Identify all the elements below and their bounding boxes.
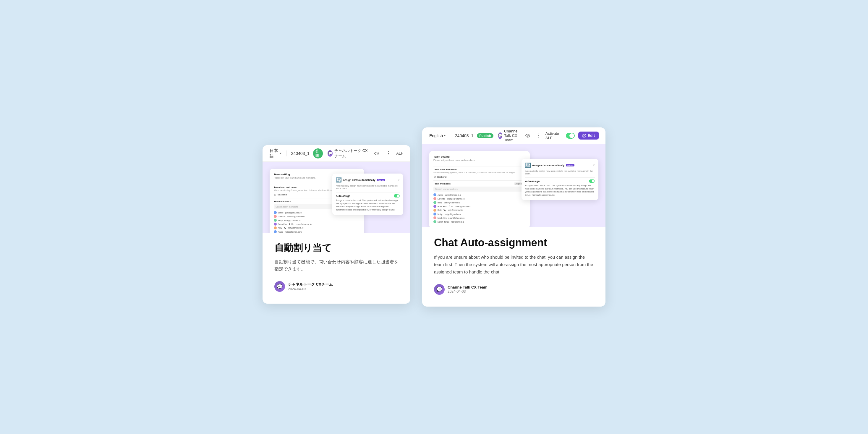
article-body-en: If you are unsure about who should be in… (434, 254, 594, 276)
article-body-ja: 自動割り当て機能で、問い合わせ内容や顧客に適した担当者を指定できます。 (274, 258, 399, 273)
overlay-badge-en: Add-on (566, 164, 575, 166)
article-title-en: Chat Auto-assignment (434, 236, 594, 249)
team-info-ja: 💬 チャネルトーク CXチーム (328, 148, 369, 159)
mini-section-title-en: Team setting (433, 155, 475, 158)
edit-label: Edit (588, 133, 595, 138)
auto-assign-label-ja: Auto-assign (336, 194, 350, 197)
alf-label-ja: ALF (396, 151, 403, 156)
mini-card-overlay-en: 🔄 Assign chats automatically Add-on ∨ Au… (522, 159, 598, 200)
author-info-ja: チャネルトーク CXチーム 2024-04-03 (288, 282, 333, 291)
language-selector-ja[interactable]: 日本語 ▾ (270, 148, 281, 159)
overlay-sub-en: Automatically assign new user chats to t… (525, 170, 595, 175)
author-date-en: 2024-04-03 (447, 289, 488, 293)
author-avatar-ja: 💬 (274, 281, 285, 292)
eye-icon-ja[interactable] (373, 149, 381, 158)
activate-alf-label: Activate ALF (546, 131, 563, 140)
svg-point-0 (376, 153, 377, 154)
version-label-en: 240403_1 (455, 133, 473, 138)
topbar-en: English ▾ 240403_1 Publish 💬 Channel Tal… (422, 127, 606, 144)
author-name-ja: チャネルトーク CXチーム (288, 282, 333, 287)
cards-container: 日本語 ▾ 240403_1 公開 💬 チャネルトーク CXチーム ⋮ ALF (262, 127, 606, 306)
author-avatar-en: 💬 (434, 284, 445, 295)
topbar-icons-ja: ⋮ ALF (373, 149, 403, 158)
chevron-down-icon-ja: ▾ (280, 152, 281, 155)
content-area-en: Chat Auto-assignment If you are unsure a… (422, 227, 606, 306)
team-info-en: 💬 Channel Talk CX Team (498, 129, 521, 142)
auto-assign-toggle-ja[interactable] (394, 194, 400, 197)
overlay-title-ja: Assign chats automatically (343, 179, 375, 182)
mini-icon-sub-en: When mentioning @team_name in a chatroom… (433, 172, 526, 174)
content-area-ja: 自動割り当て 自動割り当て機能で、問い合わせ内容や顧客に適した担当者を指定できま… (262, 233, 410, 304)
edit-button[interactable]: Edit (578, 131, 599, 140)
topbar-ja: 日本語 ▾ 240403_1 公開 💬 チャネルトーク CXチーム ⋮ ALF (262, 145, 410, 162)
language-label-en: English (429, 133, 443, 138)
auto-assign-body-en: Assign a team to the chat. The system wi… (525, 184, 595, 196)
card-japanese: 日本語 ▾ 240403_1 公開 💬 チャネルトーク CXチーム ⋮ ALF (262, 145, 410, 304)
mini-section-sub-ja: Please set your team name and members. (274, 177, 315, 179)
card-english: English ▾ 240403_1 Publish 💬 Channel Tal… (422, 127, 606, 306)
author-info-en: Channe Talk CX Team 2024-04-03 (447, 285, 488, 293)
more-icon-en[interactable]: ⋮ (535, 131, 542, 140)
preview-area-ja: Team setting Please set your team name a… (262, 162, 410, 233)
mini-backend-en: Backend (437, 176, 446, 178)
language-label-ja: 日本語 (270, 148, 279, 159)
author-date-ja: 2024-04-03 (288, 287, 333, 291)
mini-card-main-en: Team setting Please set your team name a… (429, 151, 530, 227)
mini-section-sub-en: Please set your team name and members. (433, 159, 475, 161)
divider-ja (286, 151, 286, 156)
svg-point-1 (527, 135, 528, 136)
auto-assign-body-ja: Assign a team to the chat. The system wi… (336, 199, 400, 211)
more-icon-ja[interactable]: ⋮ (384, 149, 393, 158)
preview-area-en: Team setting Please set your team name a… (422, 144, 606, 227)
auto-assign-label-en: Auto-assign (525, 180, 539, 183)
mini-icon-name-en: Team icon and name (433, 168, 526, 171)
author-name-en: Channe Talk CX Team (447, 285, 488, 289)
team-name-ja: チャネルトーク CXチーム (334, 148, 369, 159)
language-selector-en[interactable]: English ▾ (429, 133, 445, 138)
team-icon-ja: 💬 (328, 150, 333, 157)
author-row-ja: 💬 チャネルトーク CXチーム 2024-04-03 (274, 281, 399, 292)
overlay-sub-ja: Automatically assign new user chats to t… (336, 184, 400, 190)
topbar-icons-en: ⋮ Activate ALF Edit (524, 131, 599, 140)
auto-assign-toggle-en[interactable] (589, 180, 595, 183)
team-name-en: Channel Talk CX Team (504, 129, 521, 142)
publish-badge-en: Publish (477, 133, 493, 138)
activate-alf: Activate ALF (546, 131, 575, 140)
overlay-badge-ja: Add-on (377, 179, 385, 181)
publish-badge-ja: 公開 (313, 148, 323, 158)
mini-card-overlay-ja: 🔄 Assign chats automatically Add-on ∨ Au… (332, 174, 403, 215)
chevron-down-icon-en: ▾ (444, 134, 445, 137)
alf-toggle[interactable] (566, 133, 575, 138)
version-label-ja: 240403_1 (291, 151, 310, 156)
mini-search-en: Search team members (433, 187, 526, 192)
author-row-en: 💬 Channe Talk CX Team 2024-04-03 (434, 284, 594, 295)
mini-members-label-ja: Team members (274, 200, 291, 203)
eye-icon-en[interactable] (524, 131, 531, 140)
team-icon-en: 💬 (498, 132, 502, 139)
overlay-title-en: Assign chats automatically (532, 164, 565, 167)
mini-section-title-ja: Team setting (274, 173, 315, 176)
article-title-ja: 自動割り当て (274, 242, 399, 253)
